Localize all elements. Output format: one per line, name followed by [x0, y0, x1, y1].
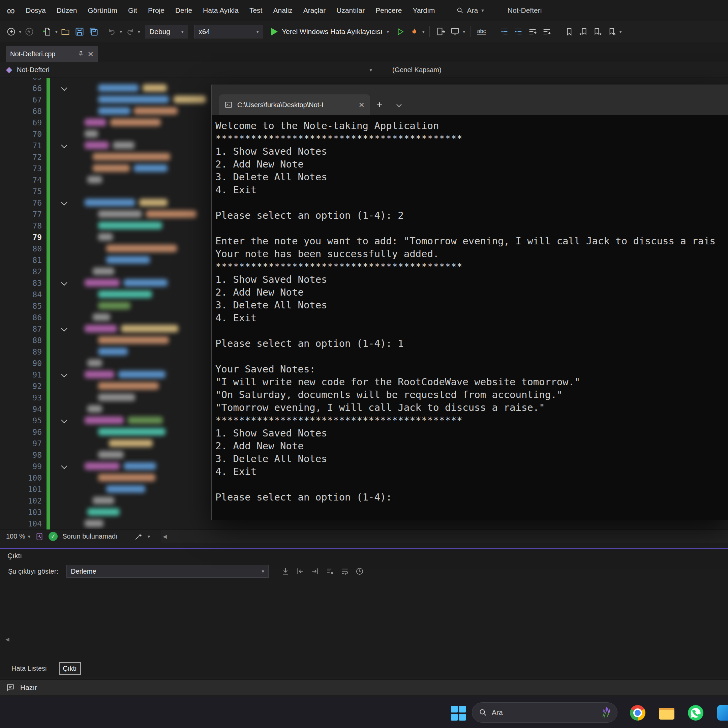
- attach-process-button[interactable]: [434, 25, 447, 38]
- preview-in-browser-button[interactable]: [449, 25, 461, 38]
- whatsapp-icon[interactable]: [688, 705, 704, 720]
- console-line: "On Saturday, documents will be requeste…: [216, 388, 728, 401]
- menu-item-derle[interactable]: Derle: [170, 0, 197, 21]
- line-number: 96: [0, 426, 42, 438]
- bookmarks-chevron-icon[interactable]: ▾: [619, 29, 622, 35]
- zoom-select[interactable]: 100 % ▾: [6, 532, 30, 540]
- menu-item-pencere[interactable]: Pencere: [370, 0, 407, 21]
- new-file-button[interactable]: [41, 25, 54, 38]
- menu-item-araçlar[interactable]: Araçlar: [298, 0, 331, 21]
- scope-select-right[interactable]: (Genel Kapsam): [377, 62, 728, 78]
- navigation-bar: Not-Defteri ▾ (Genel Kapsam): [0, 62, 728, 78]
- clear-bookmarks-button[interactable]: [605, 25, 618, 38]
- new-file-chevron-icon[interactable]: ▾: [55, 29, 58, 35]
- console-menu-chevron-icon[interactable]: [389, 94, 408, 115]
- feedback-bubble-icon[interactable]: [6, 683, 15, 692]
- code-cleanup-icon[interactable]: [134, 532, 143, 541]
- blurred-code-token: [85, 325, 117, 332]
- indent-decrease-button[interactable]: [498, 25, 511, 38]
- document-health-icon[interactable]: [35, 532, 44, 541]
- line-number: 77: [0, 209, 42, 220]
- cleanup-chevron-icon[interactable]: ▾: [148, 534, 150, 540]
- scroll-left-icon[interactable]: ◀: [163, 534, 167, 540]
- output-scroll-left-icon[interactable]: ◀: [5, 636, 9, 642]
- back-button[interactable]: [5, 25, 18, 38]
- start-button[interactable]: [451, 705, 466, 720]
- menu-item-düzen[interactable]: Düzen: [51, 0, 83, 21]
- save-button[interactable]: [73, 25, 86, 38]
- open-file-button[interactable]: [59, 25, 72, 38]
- menu-item-yardım[interactable]: Yardım: [407, 0, 440, 21]
- goto-message-icon[interactable]: [278, 565, 293, 578]
- close-tab-icon[interactable]: ×: [88, 50, 94, 58]
- move-line-up-button[interactable]: [526, 25, 539, 38]
- menu-item-git[interactable]: Git: [123, 0, 142, 21]
- start-debugging-button[interactable]: Yerel Windows Hata Ayıklayıcısı ▾: [271, 28, 389, 36]
- menu-item-görünüm[interactable]: Görünüm: [82, 0, 123, 21]
- fold-chevron-icon[interactable]: [61, 325, 67, 331]
- fold-chevron-icon[interactable]: [61, 279, 67, 286]
- output-toolbar: Şu çıktıyı göster: Derleme ▾: [0, 563, 728, 580]
- fold-chevron-icon[interactable]: [61, 85, 67, 91]
- search-control[interactable]: Ara ▾: [452, 6, 489, 14]
- next-bookmark-button[interactable]: [591, 25, 604, 38]
- fold-chevron-icon[interactable]: [61, 142, 67, 148]
- redo-chevron-icon[interactable]: ▾: [138, 29, 141, 35]
- debug-config-value: Debug: [149, 28, 170, 36]
- blurred-code-token: [98, 107, 130, 115]
- move-line-down-button[interactable]: [540, 25, 553, 38]
- tab-output[interactable]: Çıktı: [59, 662, 81, 675]
- console-title-bar[interactable]: C:\Users\furka\Desktop\Not-I × +: [212, 85, 728, 115]
- tab-error-list[interactable]: Hata Listesi: [8, 663, 50, 674]
- clear-all-icon[interactable]: [323, 565, 337, 578]
- pin-icon[interactable]: [78, 50, 84, 57]
- preview-chevron-icon[interactable]: ▾: [463, 29, 465, 35]
- new-console-tab-button[interactable]: +: [370, 94, 389, 115]
- file-explorer-icon[interactable]: [659, 705, 674, 720]
- menu-item-uzantılar[interactable]: Uzantılar: [331, 0, 370, 21]
- chrome-icon[interactable]: [630, 705, 645, 720]
- forward-button[interactable]: [23, 25, 36, 38]
- platform-select[interactable]: x64 ▾: [194, 25, 263, 38]
- hot-reload-button[interactable]: [408, 25, 421, 38]
- save-all-button[interactable]: [87, 25, 100, 38]
- hot-reload-chevron-icon[interactable]: ▾: [422, 29, 425, 35]
- fold-chevron-icon[interactable]: [61, 371, 67, 377]
- close-console-tab-icon[interactable]: ×: [359, 101, 365, 109]
- autoscroll-clock-icon[interactable]: [352, 565, 367, 578]
- fold-chevron-icon[interactable]: [61, 199, 67, 205]
- scope-select-left[interactable]: Not-Defteri ▾: [0, 62, 377, 78]
- document-tab[interactable]: Not-Defteri.cpp ×: [6, 46, 98, 62]
- undo-button[interactable]: [106, 25, 118, 38]
- start-without-debugging-button[interactable]: [394, 25, 407, 38]
- line-number: 84: [0, 289, 42, 300]
- menu-item-analiz[interactable]: Analiz: [268, 0, 298, 21]
- navigate-abc-button[interactable]: abc: [475, 25, 488, 38]
- fold-chevron-icon[interactable]: [61, 417, 67, 423]
- undo-chevron-icon[interactable]: ▾: [120, 29, 122, 35]
- toggle-bookmark-button[interactable]: [563, 25, 576, 38]
- partial-app-icon[interactable]: [717, 705, 728, 720]
- console-line: Your Saved Notes:: [216, 362, 728, 375]
- word-wrap-icon[interactable]: [337, 565, 352, 578]
- console-line: 3. Delete All Notes: [216, 452, 728, 465]
- taskbar-search[interactable]: Ara: [472, 702, 618, 723]
- menu-item-proje[interactable]: Proje: [142, 0, 170, 21]
- console-tab[interactable]: C:\Users\furka\Desktop\Not-I ×: [219, 94, 370, 115]
- horizontal-scrollbar[interactable]: ◀: [161, 530, 728, 543]
- redo-button[interactable]: [124, 25, 136, 38]
- console-tab-title: C:\Users\furka\Desktop\Not-I: [237, 101, 354, 109]
- console-window[interactable]: C:\Users\furka\Desktop\Not-I × + Welcome…: [211, 85, 728, 520]
- indent-increase-button[interactable]: [512, 25, 525, 38]
- next-message-icon[interactable]: [308, 565, 323, 578]
- previous-message-icon[interactable]: [293, 565, 308, 578]
- back-history-chevron-icon[interactable]: ▾: [19, 29, 21, 35]
- menu-item-hata-ayıkla[interactable]: Hata Ayıkla: [197, 0, 244, 21]
- output-source-select[interactable]: Derleme ▾: [66, 565, 269, 578]
- fold-chevron-icon[interactable]: [61, 463, 67, 469]
- debug-config-select[interactable]: Debug ▾: [145, 25, 188, 38]
- console-line: 4. Exit: [216, 184, 728, 196]
- menu-item-dosya[interactable]: Dosya: [20, 0, 51, 21]
- previous-bookmark-button[interactable]: [577, 25, 590, 38]
- menu-item-test[interactable]: Test: [244, 0, 268, 21]
